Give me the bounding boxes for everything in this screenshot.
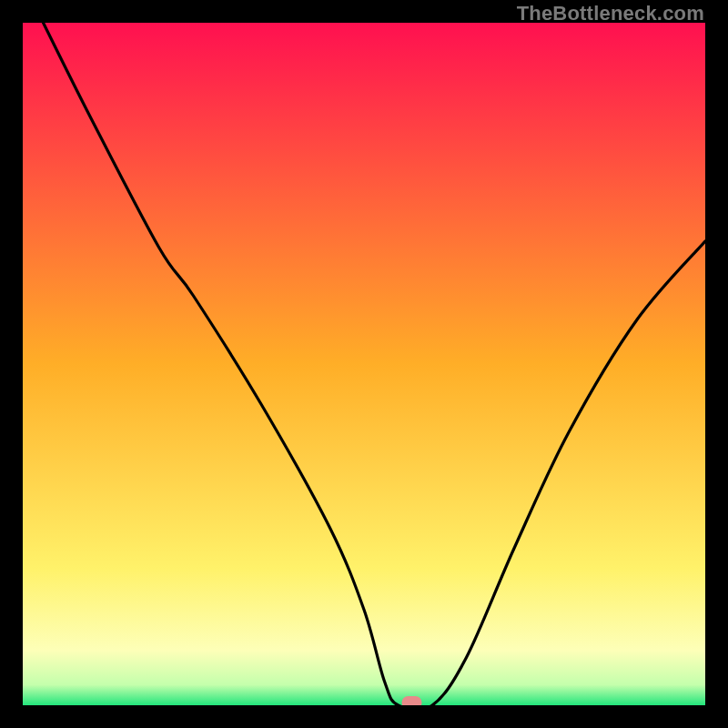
chart-frame: TheBottleneck.com: [0, 0, 728, 728]
chart-plot: [23, 23, 705, 705]
watermark-text: TheBottleneck.com: [517, 2, 704, 25]
chart-background: [23, 23, 705, 705]
minimum-marker: [402, 696, 422, 705]
